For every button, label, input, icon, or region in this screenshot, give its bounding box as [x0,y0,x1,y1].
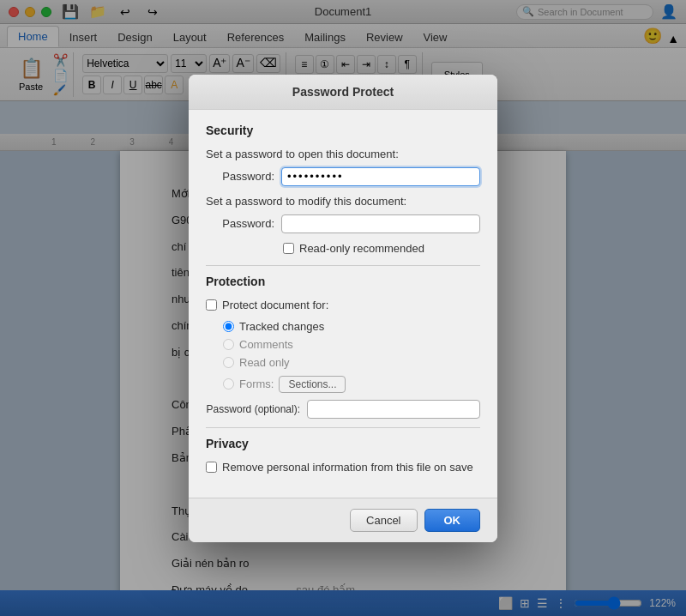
modify-doc-label: Set a password to modify this document: [206,195,480,208]
tracked-changes-label: Tracked changes [239,320,324,333]
remove-personal-checkbox[interactable] [206,462,217,473]
password-protect-modal: Password Protect Security Set a password… [189,75,497,542]
protection-options: Tracked changes Comments Read only [206,320,480,369]
protect-doc-checkbox[interactable] [206,299,217,311]
modify-password-label: Password: [206,217,274,230]
open-doc-label: Set a password to open this document: [206,148,480,160]
protect-doc-row: Protect document for: [206,299,480,311]
forms-label: Forms: [239,377,274,390]
protection-section-title: Protection [206,275,480,288]
privacy-section-title: Privacy [206,437,480,450]
forms-radio[interactable] [223,378,234,390]
tracked-changes-row: Tracked changes [223,320,480,333]
modal-header: Password Protect [189,75,497,110]
readonly-recommended-label: Read-only recommended [299,242,424,255]
read-only-radio[interactable] [223,357,234,368]
modify-password-row: Password: [206,214,480,233]
modal-body: Security Set a password to open this doc… [189,110,497,498]
security-section-title: Security [206,124,480,137]
sections-button[interactable]: Sections... [279,376,346,393]
section-divider [206,265,480,266]
ok-button[interactable]: OK [424,509,481,532]
modal-overlay: Password Protect Security Set a password… [0,0,686,616]
tracked-changes-radio[interactable] [223,321,234,332]
section-divider-2 [206,427,480,428]
protection-password-input[interactable] [307,400,480,419]
comments-radio[interactable] [223,339,234,350]
remove-personal-label: Remove personal information from this fi… [222,461,473,474]
open-password-row: Password: [206,167,480,186]
modal-title: Password Protect [202,85,484,99]
forms-row: Forms: Sections... [206,376,480,393]
cancel-button[interactable]: Cancel [350,509,417,532]
readonly-recommended-row: Read-only recommended [206,242,480,255]
read-only-row: Read only [223,356,480,369]
remove-personal-row: Remove personal information from this fi… [206,461,480,474]
protection-password-row: Password (optional): [206,400,480,419]
open-password-input[interactable] [281,167,480,186]
protect-doc-label: Protect document for: [222,299,328,311]
comments-label: Comments [239,338,293,351]
modify-password-input[interactable] [281,214,480,233]
modal-footer: Cancel OK [189,498,497,542]
read-only-label: Read only [239,356,290,369]
open-password-label: Password: [206,170,274,183]
comments-row: Comments [223,338,480,351]
readonly-recommended-checkbox[interactable] [283,243,294,254]
protection-password-label: Password (optional): [206,403,300,415]
